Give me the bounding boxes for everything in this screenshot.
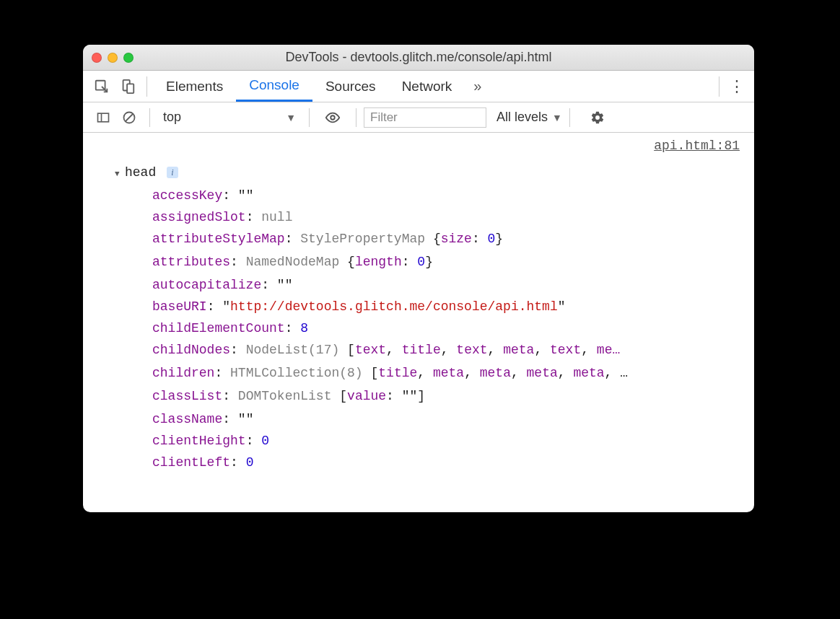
property-row[interactable]: childElementCount: 8 — [142, 317, 754, 339]
disclosure-triangle-icon[interactable] — [142, 251, 151, 274]
chevron-down-icon: ▼ — [552, 112, 562, 123]
property-key: autocapitalize — [152, 278, 261, 292]
zoom-window-button[interactable] — [123, 53, 134, 63]
divider — [356, 108, 356, 127]
svg-line-6 — [126, 114, 133, 121]
property-row[interactable]: attributeStyleMap: StylePropertyMap {siz… — [142, 228, 754, 251]
divider — [146, 76, 147, 97]
disclosure-triangle-icon[interactable] — [142, 385, 151, 408]
object-header[interactable]: head i — [115, 162, 754, 185]
property-key: assignedSlot — [152, 210, 246, 224]
log-level-select[interactable]: All levels ▼ — [496, 110, 562, 125]
property-key: attributes — [152, 255, 230, 269]
property-key: clientLeft — [152, 455, 230, 470]
object-properties: accessKey: ""assignedSlot: nullattribute… — [115, 185, 754, 473]
info-icon[interactable]: i — [167, 167, 178, 178]
svg-rect-3 — [98, 113, 109, 122]
property-row[interactable]: attributes: NamedNodeMap {length: 0} — [142, 251, 754, 274]
tab-console[interactable]: Console — [236, 71, 312, 102]
property-key: children — [152, 366, 214, 380]
inspect-element-icon[interactable] — [92, 76, 112, 97]
property-row[interactable]: assignedSlot: null — [142, 206, 754, 228]
minimize-window-button[interactable] — [108, 53, 118, 63]
property-row[interactable]: autocapitalize: "" — [142, 274, 754, 296]
property-row[interactable]: children: HTMLCollection(8) [title, meta… — [142, 362, 754, 385]
property-row[interactable]: clientHeight: 0 — [142, 430, 754, 452]
tabs-overflow-button[interactable]: » — [465, 78, 490, 95]
svg-rect-2 — [127, 84, 134, 93]
execution-context-select[interactable]: top ▼ — [157, 110, 302, 125]
devtools-menu-button[interactable]: ⋮ — [725, 75, 748, 98]
property-key: attributeStyleMap — [152, 232, 285, 246]
property-row[interactable]: baseURI: "http://devtools.glitch.me/cons… — [142, 296, 754, 317]
clear-console-icon[interactable] — [119, 107, 139, 128]
svg-point-7 — [331, 115, 335, 120]
divider — [149, 108, 150, 127]
divider — [309, 108, 310, 127]
tab-sources[interactable]: Sources — [312, 71, 389, 102]
traffic-lights — [92, 53, 134, 63]
property-key: clientHeight — [152, 434, 246, 448]
execution-context-label: top — [163, 110, 181, 125]
property-key: childNodes — [152, 343, 230, 357]
toggle-console-sidebar-icon[interactable] — [93, 107, 113, 128]
disclosure-triangle-icon[interactable] — [142, 362, 151, 385]
disclosure-triangle-icon[interactable] — [115, 162, 123, 185]
device-toolbar-icon[interactable] — [118, 76, 138, 97]
divider — [569, 108, 570, 127]
source-link[interactable]: api.html:81 — [654, 139, 740, 153]
tabs-container: ElementsConsoleSourcesNetwork — [153, 71, 465, 102]
window-title: DevTools - devtools.glitch.me/console/ap… — [83, 50, 754, 65]
close-window-button[interactable] — [92, 53, 102, 63]
titlebar: DevTools - devtools.glitch.me/console/ap… — [83, 45, 754, 71]
property-row[interactable]: clientLeft: 0 — [142, 452, 754, 473]
property-row[interactable]: childNodes: NodeList(17) [text, title, t… — [142, 339, 754, 362]
property-key: childElementCount — [152, 321, 285, 335]
live-expression-icon[interactable] — [323, 107, 343, 128]
property-key: accessKey — [152, 188, 222, 203]
log-level-label: All levels — [496, 110, 548, 125]
console-filter-input[interactable] — [364, 107, 486, 128]
devtools-window: DevTools - devtools.glitch.me/console/ap… — [83, 45, 754, 512]
property-key: classList — [152, 389, 222, 403]
tab-elements[interactable]: Elements — [153, 71, 236, 102]
tab-network[interactable]: Network — [389, 71, 465, 102]
property-row[interactable]: accessKey: "" — [142, 185, 754, 206]
console-settings-icon[interactable] — [587, 107, 608, 128]
divider — [719, 76, 719, 97]
property-row[interactable]: className: "" — [142, 408, 754, 430]
devtools-tabbar: ElementsConsoleSourcesNetwork » ⋮ — [83, 71, 754, 102]
object-name: head — [125, 165, 156, 180]
logged-object: head i accessKey: ""assignedSlot: nullat… — [83, 162, 754, 473]
property-key: baseURI — [152, 299, 207, 314]
disclosure-triangle-icon[interactable] — [142, 339, 151, 362]
disclosure-triangle-icon[interactable] — [142, 228, 151, 251]
console-output: api.html:81 head i accessKey: ""assigned… — [83, 133, 754, 512]
property-key: className — [152, 412, 222, 426]
console-toolbar: top ▼ All levels ▼ — [83, 102, 754, 133]
property-row[interactable]: classList: DOMTokenList [value: ""] — [142, 385, 754, 408]
chevron-down-icon: ▼ — [286, 112, 296, 123]
